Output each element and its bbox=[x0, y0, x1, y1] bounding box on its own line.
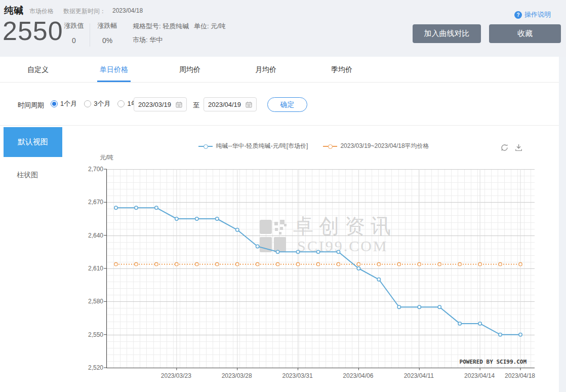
average-marker bbox=[397, 263, 400, 266]
average-marker bbox=[135, 263, 138, 266]
favorite-button[interactable]: 收藏 bbox=[489, 24, 561, 43]
sidebar-item-bar-chart[interactable]: 柱状图 bbox=[17, 171, 38, 180]
radio-icon bbox=[117, 100, 125, 107]
to-label: 至 bbox=[193, 101, 199, 110]
tab-monthly-avg[interactable]: 月均价 bbox=[228, 57, 304, 82]
market-label: 市场: 华中 bbox=[133, 35, 163, 45]
chart-toolbar bbox=[500, 143, 523, 152]
average-marker bbox=[316, 263, 319, 266]
change-pct-value: 0% bbox=[92, 36, 123, 45]
sidebar-item-default-view[interactable]: 默认视图 bbox=[4, 127, 62, 157]
radio-icon bbox=[84, 100, 91, 107]
price-chart-plot: 卓创资讯 SCI99.COM POWERED BY SCI99.COM bbox=[106, 169, 535, 368]
change-pct-block: 涨跌幅 0% bbox=[92, 21, 123, 45]
change-pct-label: 涨跌幅 bbox=[92, 21, 123, 30]
date-to-input[interactable]: 2023/04/19 bbox=[204, 97, 257, 111]
update-time-label: 数据更新时间： bbox=[63, 7, 106, 16]
y-axis-label: 2,700 bbox=[88, 166, 103, 173]
price-marker bbox=[438, 305, 441, 308]
price-header: 纯碱 市场价格 数据更新时间： 2023/04/18 ? 操作说明 2550 涨… bbox=[0, 0, 566, 57]
x-axis-label: 2023/04/11 bbox=[396, 372, 441, 379]
y-axis-label: 2,610 bbox=[88, 265, 103, 272]
tab-quarterly-avg[interactable]: 季均价 bbox=[304, 57, 380, 82]
legend-average-label: 2023/03/19~2023/04/18平均价格 bbox=[340, 142, 429, 150]
powered-by-label: POWERED BY SCI99.COM bbox=[460, 359, 527, 365]
update-time-value: 2023/04/18 bbox=[112, 7, 143, 14]
y-axis-labels: 2,7002,6702,6402,6102,5802,5502,520 bbox=[71, 169, 103, 368]
average-marker bbox=[216, 263, 219, 266]
price-marker bbox=[296, 250, 299, 253]
price-chart-canvas bbox=[107, 169, 535, 368]
price-marker bbox=[256, 245, 259, 248]
radio-1-month[interactable]: 1个月 bbox=[51, 99, 77, 108]
price-marker bbox=[418, 305, 421, 308]
line-marker-icon bbox=[323, 144, 337, 148]
confirm-button[interactable]: 确定 bbox=[267, 97, 307, 112]
price-marker bbox=[519, 333, 522, 336]
price-marker bbox=[216, 217, 219, 220]
average-marker bbox=[195, 263, 198, 266]
time-filter-row: 时间周期 1个月 3个月 1年 2023/03/19 bbox=[0, 83, 559, 126]
divider bbox=[90, 23, 90, 47]
price-marker bbox=[114, 206, 117, 209]
y-axis-label: 2,550 bbox=[88, 331, 103, 338]
main-card: 自定义 单日价格 周均价 月均价 季均价 时间周期 1个月 3个月 1年 202… bbox=[0, 57, 559, 392]
price-marker bbox=[135, 206, 138, 209]
legend-item-average[interactable]: 2023/03/19~2023/04/18平均价格 bbox=[323, 142, 429, 150]
date-from-input[interactable]: 2023/03/19 bbox=[134, 97, 187, 111]
help-link[interactable]: ? 操作说明 bbox=[514, 10, 551, 19]
average-marker bbox=[114, 263, 117, 266]
average-marker bbox=[377, 263, 380, 266]
y-axis-label: 2,640 bbox=[88, 232, 103, 239]
radio-1-month-label: 1个月 bbox=[60, 99, 77, 108]
radio-3-month-label: 3个月 bbox=[94, 99, 110, 108]
price-marker bbox=[377, 278, 380, 281]
add-compare-button[interactable]: 加入曲线对比 bbox=[413, 24, 481, 43]
average-marker bbox=[418, 263, 421, 266]
radio-3-month[interactable]: 3个月 bbox=[84, 99, 110, 108]
period-radio-group: 1个月 3个月 1年 bbox=[51, 99, 138, 108]
average-marker bbox=[519, 263, 522, 266]
calendar-icon bbox=[246, 101, 252, 108]
average-marker bbox=[256, 263, 259, 266]
tab-daily-price[interactable]: 单日价格 bbox=[76, 57, 152, 82]
category-label: 市场价格 bbox=[29, 7, 54, 16]
average-marker bbox=[296, 263, 299, 266]
price-marker bbox=[357, 267, 360, 270]
average-marker bbox=[175, 263, 178, 266]
price-marker bbox=[236, 228, 239, 231]
price-marker bbox=[155, 206, 158, 209]
tab-custom[interactable]: 自定义 bbox=[0, 57, 76, 82]
legend-price-label: 纯碱--华中-轻质纯碱-元/吨[市场价] bbox=[216, 142, 308, 150]
average-marker bbox=[499, 263, 502, 266]
x-axis-label: 2023/03/31 bbox=[275, 372, 320, 379]
date-to-value: 2023/04/19 bbox=[208, 101, 241, 108]
average-marker bbox=[357, 263, 360, 266]
radio-icon bbox=[51, 100, 58, 107]
x-axis-label: 2023/04/14 bbox=[457, 372, 502, 379]
current-price: 2550 bbox=[3, 17, 63, 45]
question-icon: ? bbox=[514, 11, 522, 19]
refresh-icon[interactable] bbox=[500, 143, 509, 152]
price-marker bbox=[458, 322, 461, 325]
legend-item-price[interactable]: 纯碱--华中-轻质纯碱-元/吨[市场价] bbox=[198, 142, 308, 150]
average-marker bbox=[478, 263, 481, 266]
average-marker bbox=[155, 263, 158, 266]
x-axis-labels: 2023/03/232023/03/282023/03/312023/04/06… bbox=[106, 372, 534, 380]
price-marker bbox=[499, 333, 502, 336]
price-marker bbox=[337, 250, 340, 253]
date-from-value: 2023/03/19 bbox=[138, 101, 171, 108]
x-axis-label: 2023/04/18 bbox=[497, 372, 543, 379]
tab-weekly-avg[interactable]: 周均价 bbox=[152, 57, 228, 82]
price-marker bbox=[175, 217, 178, 220]
chart-legend: 纯碱--华中-轻质纯碱-元/吨[市场价] 2023/03/19~2023/04/… bbox=[76, 142, 552, 150]
y-axis-unit: 元/吨 bbox=[100, 153, 113, 162]
change-value-block: 涨跌值 0 bbox=[58, 21, 90, 45]
spec-label: 规格型号: 轻质纯碱 bbox=[133, 22, 189, 31]
price-marker bbox=[195, 217, 198, 220]
download-icon[interactable] bbox=[514, 143, 523, 152]
line-marker-icon bbox=[198, 144, 213, 148]
price-marker bbox=[397, 305, 400, 308]
price-marker bbox=[316, 250, 319, 253]
y-axis-label: 2,520 bbox=[88, 364, 103, 371]
